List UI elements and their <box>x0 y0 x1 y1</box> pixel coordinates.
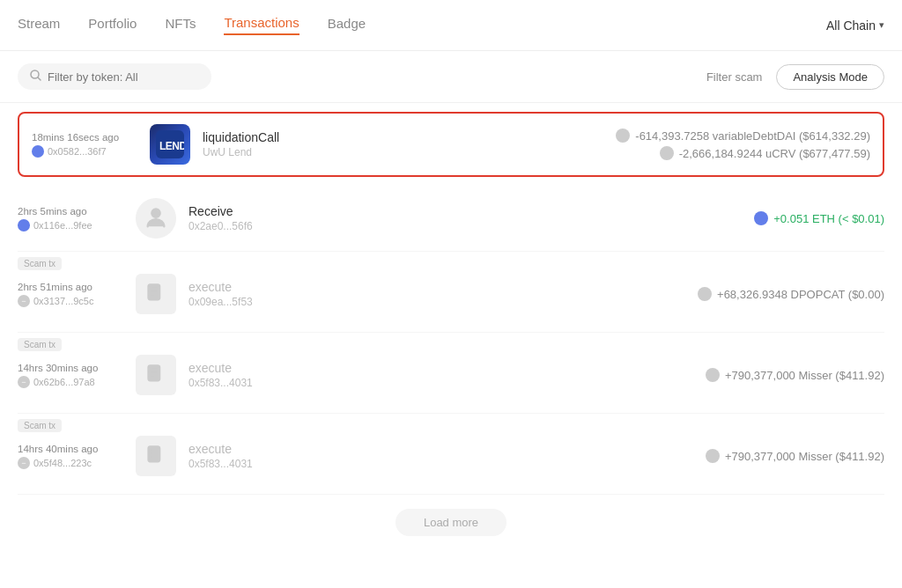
document-icon <box>144 445 167 467</box>
tx-amounts: +0.051 ETH (< $0.01) <box>754 211 884 225</box>
tx-info: execute 0x5f83...4031 <box>189 442 706 470</box>
eth-token-icon <box>754 211 768 225</box>
token-filter-input[interactable] <box>48 70 199 84</box>
eth-icon <box>18 219 30 232</box>
tx-protocol-icon <box>136 274 176 314</box>
token-icon <box>616 129 630 143</box>
document-icon <box>144 364 167 386</box>
svg-rect-8 <box>151 294 155 296</box>
svg-rect-15 <box>151 452 159 454</box>
table-row[interactable]: Scam tx 14hrs 40mins ago − 0x5f48...223c… <box>18 414 884 495</box>
tx-time: 2hrs 51mins ago <box>18 282 123 292</box>
scam-badge: Scam tx <box>18 419 62 432</box>
tx-info: execute 0x5f83...4031 <box>189 361 706 389</box>
table-row[interactable]: 2hrs 5mins ago 0x116e...9fee Receive 0x2… <box>18 186 884 252</box>
tx-meta: 14hrs 40mins ago − 0x5f48...223c <box>18 444 123 469</box>
amount-value: -2,666,184.9244 uCRV ($677,477.59) <box>679 147 870 160</box>
tx-info: execute 0x09ea...5f53 <box>189 280 698 308</box>
eth-icon <box>32 145 44 158</box>
nav-nfts[interactable]: NFTs <box>165 16 196 34</box>
tx-hash: 0x116e...9fee <box>18 219 123 232</box>
amount-line: +790,377,000 Misser ($411.92) <box>706 449 884 463</box>
transaction-list: 18mins 16secs ago 0x0582...36f7 LEND liq… <box>0 112 902 495</box>
tx-time: 14hrs 40mins ago <box>18 444 123 454</box>
tx-name: execute <box>189 442 706 456</box>
minus-icon: − <box>18 295 30 307</box>
tx-info: Receive 0x2ae0...56f6 <box>189 204 754 232</box>
amount-value: -614,393.7258 variableDebtDAI ($614,332.… <box>635 129 870 143</box>
tx-amounts: +68,326.9348 DPOPCAT ($0.00) <box>698 287 884 301</box>
table-row[interactable]: 18mins 16secs ago 0x0582...36f7 LEND liq… <box>18 112 884 177</box>
tx-amounts: +790,377,000 Misser ($411.92) <box>706 368 884 382</box>
nav-items: Stream Portfolio NFTs Transactions Badge <box>18 15 826 35</box>
amount-line: +0.051 ETH (< $0.01) <box>754 211 884 225</box>
tx-hash: − 0x62b6...97a8 <box>18 376 123 388</box>
svg-rect-7 <box>151 290 159 292</box>
svg-rect-11 <box>151 371 159 373</box>
tx-protocol-icon <box>136 355 176 395</box>
scam-badge: Scam tx <box>18 338 62 351</box>
filter-scam-button[interactable]: Filter scam <box>706 70 763 84</box>
svg-point-4 <box>152 209 159 217</box>
tx-time: 2hrs 5mins ago <box>18 206 123 217</box>
load-more-section: Load more <box>0 495 902 550</box>
tx-time: 14hrs 30mins ago <box>18 363 123 373</box>
minus-icon: − <box>18 457 30 469</box>
tx-meta: 2hrs 5mins ago 0x116e...9fee <box>18 206 123 232</box>
tx-protocol: 0x5f83...4031 <box>189 377 706 389</box>
tx-name: liquidationCall <box>203 130 616 144</box>
token-icon <box>706 368 720 382</box>
svg-rect-12 <box>151 375 155 377</box>
tx-amounts: +790,377,000 Misser ($411.92) <box>706 449 884 463</box>
filter-bar: Filter scam Analysis Mode <box>0 51 902 103</box>
table-row[interactable]: Scam tx 2hrs 51mins ago − 0x3137...9c5c … <box>18 252 884 333</box>
tx-hash: 0x0582...36f7 <box>32 145 137 158</box>
amount-value: +0.051 ETH (< $0.01) <box>773 212 884 225</box>
nav-transactions[interactable]: Transactions <box>224 15 299 35</box>
tx-hash-value: 0x3137...9c5c <box>33 296 94 306</box>
tx-protocol: UwU Lend <box>203 146 616 158</box>
svg-rect-10 <box>151 368 159 370</box>
svg-line-1 <box>38 77 41 80</box>
tx-time: 18mins 16secs ago <box>32 132 137 143</box>
person-icon <box>144 206 168 231</box>
amount-line: +68,326.9348 DPOPCAT ($0.00) <box>698 287 884 301</box>
load-more-button[interactable]: Load more <box>396 509 506 536</box>
tx-amounts: -614,393.7258 variableDebtDAI ($614,332.… <box>616 129 870 160</box>
tx-hash-value: 0x5f48...223c <box>33 458 92 468</box>
analysis-mode-button[interactable]: Analysis Mode <box>776 64 884 90</box>
amount-value: +790,377,000 Misser ($411.92) <box>725 450 884 463</box>
amount-value: +68,326.9348 DPOPCAT ($0.00) <box>717 288 884 301</box>
tx-protocol-icon <box>136 198 176 239</box>
tx-hash-value: 0x0582...36f7 <box>48 146 107 157</box>
filter-right: Filter scam Analysis Mode <box>706 64 884 90</box>
token-icon <box>706 449 720 463</box>
amount-line: +790,377,000 Misser ($411.92) <box>706 368 884 382</box>
tx-name: execute <box>189 361 706 375</box>
tx-protocol: 0x5f83...4031 <box>189 458 706 470</box>
svg-rect-16 <box>151 456 155 458</box>
tx-meta: 14hrs 30mins ago − 0x62b6...97a8 <box>18 363 123 388</box>
navigation: Stream Portfolio NFTs Transactions Badge… <box>0 0 902 51</box>
tx-hash: − 0x3137...9c5c <box>18 295 123 307</box>
nav-portfolio[interactable]: Portfolio <box>88 16 137 34</box>
tx-protocol: 0x2ae0...56f6 <box>189 220 754 232</box>
chain-selector[interactable]: All Chain ▾ <box>826 18 884 33</box>
amount-value: +790,377,000 Misser ($411.92) <box>725 369 884 382</box>
document-icon <box>144 283 167 305</box>
search-icon <box>30 70 41 84</box>
scam-badge: Scam tx <box>18 257 62 270</box>
token-icon <box>698 287 712 301</box>
tx-hash-value: 0x62b6...97a8 <box>33 377 95 387</box>
amount-line: -2,666,184.9244 uCRV ($677,477.59) <box>616 146 870 160</box>
svg-rect-14 <box>151 449 159 451</box>
tx-meta: 2hrs 51mins ago − 0x3137...9c5c <box>18 282 123 307</box>
tx-name: Receive <box>189 204 754 218</box>
nav-stream[interactable]: Stream <box>18 16 60 34</box>
svg-rect-6 <box>151 287 159 289</box>
amount-line: -614,393.7258 variableDebtDAI ($614,332.… <box>616 129 870 143</box>
tx-protocol: 0x09ea...5f53 <box>189 296 698 308</box>
tx-protocol-icon <box>136 436 176 476</box>
table-row[interactable]: Scam tx 14hrs 30mins ago − 0x62b6...97a8… <box>18 333 884 414</box>
nav-badge[interactable]: Badge <box>328 16 366 34</box>
